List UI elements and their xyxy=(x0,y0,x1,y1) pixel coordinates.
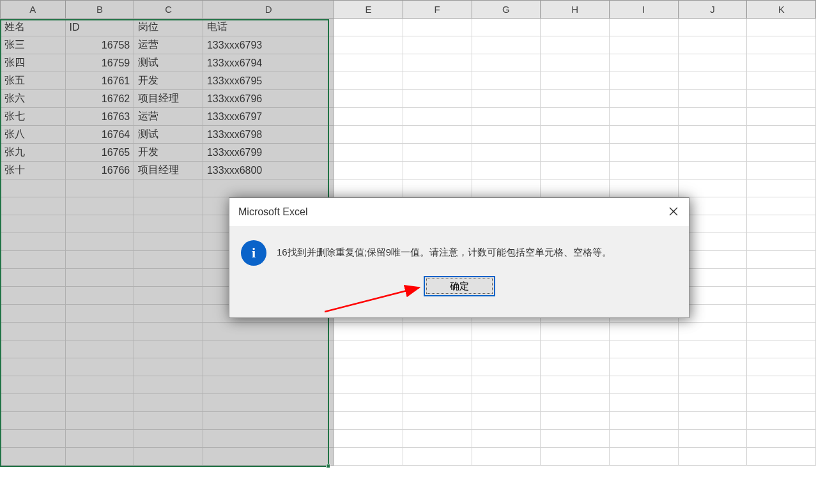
cell[interactable] xyxy=(203,394,334,412)
cell[interactable]: 16765 xyxy=(65,144,134,162)
cell[interactable]: 张八 xyxy=(1,126,66,144)
column-header-G[interactable]: G xyxy=(472,1,541,19)
cell[interactable] xyxy=(203,376,334,394)
cell[interactable] xyxy=(403,19,472,36)
cell[interactable] xyxy=(678,19,747,36)
cell[interactable] xyxy=(334,90,403,108)
cell[interactable] xyxy=(747,90,816,108)
cell[interactable]: 张六 xyxy=(1,90,66,108)
cell[interactable] xyxy=(472,358,541,376)
cell[interactable] xyxy=(65,251,134,269)
cell[interactable] xyxy=(334,448,403,466)
cell[interactable] xyxy=(65,287,134,305)
column-header-D[interactable]: D xyxy=(203,1,334,19)
cell[interactable] xyxy=(334,179,403,197)
column-header-A[interactable]: A xyxy=(1,1,66,19)
cell[interactable] xyxy=(609,412,678,430)
cell[interactable] xyxy=(747,54,816,72)
cell[interactable] xyxy=(541,323,610,340)
cell[interactable] xyxy=(747,340,816,358)
cell[interactable] xyxy=(403,108,472,126)
cell[interactable] xyxy=(65,215,134,233)
cell[interactable] xyxy=(1,394,66,412)
cell[interactable] xyxy=(203,358,334,376)
cell[interactable] xyxy=(747,108,816,126)
cell[interactable]: 133xxx6798 xyxy=(203,126,334,144)
cell[interactable] xyxy=(134,394,203,412)
cell[interactable] xyxy=(1,358,66,376)
cell[interactable] xyxy=(472,72,541,90)
cell[interactable] xyxy=(1,197,66,215)
cell[interactable]: 测试 xyxy=(134,54,203,72)
cell[interactable] xyxy=(334,162,403,179)
cell[interactable] xyxy=(541,90,610,108)
cell[interactable]: 16763 xyxy=(65,108,134,126)
cell[interactable] xyxy=(472,36,541,54)
cell[interactable] xyxy=(403,430,472,448)
cell[interactable] xyxy=(1,287,66,305)
cell[interactable] xyxy=(541,19,610,36)
cell[interactable] xyxy=(472,144,541,162)
cell[interactable] xyxy=(134,340,203,358)
cell[interactable] xyxy=(1,323,66,340)
cell[interactable] xyxy=(403,179,472,197)
cell[interactable] xyxy=(678,394,747,412)
cell[interactable]: 张四 xyxy=(1,54,66,72)
cell[interactable] xyxy=(65,323,134,340)
cell[interactable] xyxy=(134,251,203,269)
cell[interactable] xyxy=(541,36,610,54)
cell[interactable] xyxy=(747,358,816,376)
cell[interactable] xyxy=(334,126,403,144)
cell[interactable] xyxy=(203,448,334,466)
cell[interactable] xyxy=(334,412,403,430)
cell[interactable] xyxy=(403,376,472,394)
cell[interactable] xyxy=(65,197,134,215)
cell[interactable] xyxy=(403,144,472,162)
cell[interactable] xyxy=(203,179,334,197)
cell[interactable] xyxy=(747,430,816,448)
cell[interactable]: 张九 xyxy=(1,144,66,162)
cell[interactable] xyxy=(403,72,472,90)
cell[interactable] xyxy=(1,430,66,448)
cell[interactable] xyxy=(334,19,403,36)
cell[interactable] xyxy=(541,54,610,72)
cell[interactable] xyxy=(334,323,403,340)
cell[interactable]: 133xxx6796 xyxy=(203,90,334,108)
cell[interactable] xyxy=(747,287,816,305)
cell[interactable] xyxy=(678,72,747,90)
cell[interactable]: 开发 xyxy=(134,144,203,162)
cell[interactable] xyxy=(403,90,472,108)
cell[interactable] xyxy=(609,144,678,162)
cell[interactable] xyxy=(609,358,678,376)
cell[interactable] xyxy=(403,340,472,358)
cell[interactable] xyxy=(609,448,678,466)
cell[interactable] xyxy=(747,19,816,36)
cell[interactable] xyxy=(609,394,678,412)
cell[interactable] xyxy=(65,394,134,412)
column-header-H[interactable]: H xyxy=(541,1,610,19)
cell[interactable]: 张十 xyxy=(1,162,66,179)
cell[interactable] xyxy=(472,108,541,126)
cell[interactable] xyxy=(472,340,541,358)
cell[interactable] xyxy=(541,448,610,466)
cell[interactable] xyxy=(1,251,66,269)
cell[interactable]: 133xxx6800 xyxy=(203,162,334,179)
cell[interactable]: 16759 xyxy=(65,54,134,72)
cell[interactable] xyxy=(747,179,816,197)
cell[interactable]: 张五 xyxy=(1,72,66,90)
cell[interactable] xyxy=(65,233,134,251)
cell[interactable] xyxy=(1,376,66,394)
cell[interactable]: ID xyxy=(65,19,134,36)
cell[interactable] xyxy=(203,430,334,448)
cell[interactable] xyxy=(472,54,541,72)
cell[interactable] xyxy=(472,448,541,466)
cell[interactable] xyxy=(1,269,66,287)
cell[interactable] xyxy=(541,126,610,144)
cell[interactable] xyxy=(541,179,610,197)
cell[interactable] xyxy=(747,448,816,466)
cell[interactable] xyxy=(334,376,403,394)
cell[interactable] xyxy=(403,36,472,54)
cell[interactable] xyxy=(747,72,816,90)
cell[interactable] xyxy=(1,448,66,466)
cell[interactable] xyxy=(1,412,66,430)
